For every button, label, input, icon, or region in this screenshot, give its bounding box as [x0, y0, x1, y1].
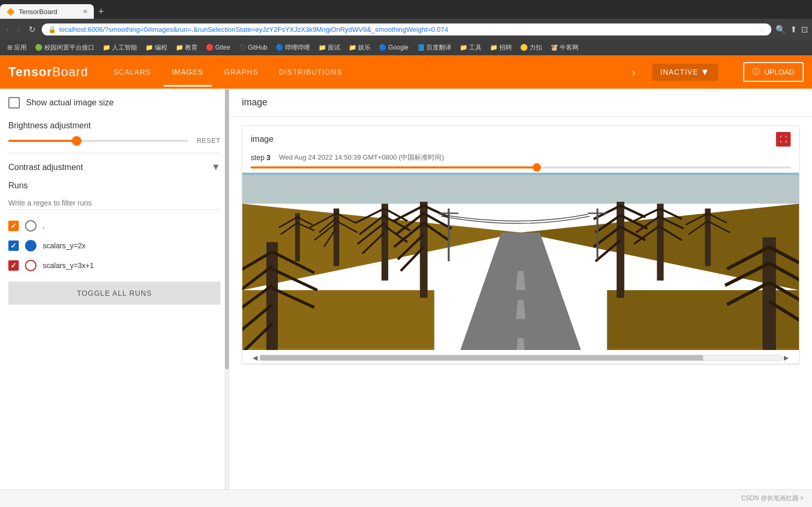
bookmark-github-label: GitHub [248, 44, 267, 51]
bookmark-nowcoder[interactable]: 🐮 牛客网 [547, 42, 582, 53]
refresh-button[interactable]: ↻ [27, 22, 38, 37]
active-tab[interactable]: 🔶 TensorBoard ✕ [0, 4, 94, 19]
status-dropdown[interactable]: INACTIVE ▼ [652, 64, 718, 81]
run-checkbox-scalars-2x[interactable]: ✓ [8, 240, 19, 251]
svg-rect-13 [334, 209, 339, 266]
section-divider-1 [8, 153, 220, 153]
bilibili-icon: 🔵 [276, 44, 284, 51]
brightness-label: Brightness adjustment [8, 121, 220, 130]
browser-chrome: 🔶 TensorBoard ✕ + ‹ › ↻ 🔒 localhost:6006… [0, 0, 812, 55]
toggle-all-runs-button[interactable]: TOGGLE ALL RUNS [8, 282, 220, 305]
bookmark-nowcoder-label: 牛客网 [560, 43, 579, 52]
brightness-reset-button[interactable]: RESET [196, 137, 220, 144]
extensions-icon[interactable]: ⊡ [801, 25, 808, 34]
run-name-scalars-3x: scalars_y=3x+1 [43, 261, 94, 270]
contrast-section: Contrast adjustment ▼ [8, 162, 220, 173]
brightness-slider-thumb[interactable] [72, 136, 81, 146]
contrast-label: Contrast adjustment [8, 163, 83, 172]
brightness-slider-container: RESET [8, 137, 220, 144]
upload-button[interactable]: ⓘ UPLOAD [743, 62, 804, 82]
bookmark-gitee[interactable]: 🔴 Gitee [203, 43, 233, 52]
folder-icon-jobs: 📁 [490, 44, 498, 51]
image-expand-button[interactable]: ⛶ [776, 132, 791, 147]
scroll-right-arrow[interactable]: ▶ [782, 354, 791, 361]
run-circle-scalars-3x[interactable] [25, 260, 36, 271]
nav-distributions[interactable]: DISTRIBUTIONS [270, 64, 350, 80]
nav-more[interactable]: › [632, 66, 635, 78]
run-checkbox-dot[interactable]: ✓ [8, 221, 19, 231]
bookmark-google[interactable]: 🔵 Google [376, 43, 412, 52]
bookmark-github[interactable]: ⚫ GitHub [236, 43, 270, 52]
leetcode-icon: 🟡 [520, 44, 528, 51]
image-step-label: step 3 [251, 153, 270, 162]
content-area[interactable]: image image ⛶ [229, 89, 812, 489]
svg-rect-42 [266, 242, 278, 350]
nav-scalars[interactable]: SCALARS [105, 64, 159, 80]
tab-favicon: 🔶 [6, 8, 15, 16]
folder-icon-ai: 📁 [103, 44, 110, 51]
show-image-size-checkbox[interactable] [8, 97, 20, 108]
run-list: ✓ . ✓ [8, 218, 220, 273]
address-bar[interactable]: 🔒 localhost:6006/?smoothing=0#images&run… [42, 23, 771, 35]
forward-button[interactable]: › [15, 22, 22, 36]
image-step-slider-thumb[interactable] [533, 163, 541, 172]
bookmark-baidu[interactable]: 📘 百度翻译 [414, 42, 454, 53]
image-card-title-row: image [251, 135, 776, 144]
bookmark-jobs[interactable]: 📁 招聘 [487, 42, 515, 53]
runs-filter-input[interactable] [8, 197, 220, 210]
run-circle-inner-scalars-2x [28, 243, 33, 248]
bookmark-star-icon[interactable]: ☆ [759, 26, 765, 33]
section-title: image [242, 97, 267, 107]
step-word: step [251, 153, 264, 162]
nav-images[interactable]: IMAGES [164, 64, 212, 80]
bookmark-interview[interactable]: 📁 面试 [315, 42, 343, 53]
brightness-section: Brightness adjustment RESET [8, 121, 220, 144]
bookmark-apps[interactable]: ⊞ 应用 [4, 42, 30, 53]
folder-icon-ent: 📁 [349, 44, 356, 51]
run-name-scalars-2x: scalars_y=2x [43, 242, 85, 250]
contrast-header[interactable]: Contrast adjustment ▼ [8, 162, 220, 173]
bookmark-ai[interactable]: 📁 人工智能 [100, 42, 140, 53]
run-circle-scalars-2x[interactable] [25, 240, 36, 251]
sidebar-scrollbar[interactable] [225, 89, 229, 489]
bookmark-tools[interactable]: 📁 工具 [457, 42, 485, 53]
scrollbar-track[interactable] [260, 355, 782, 361]
checkmark-dot: ✓ [10, 222, 17, 230]
sidebar-scroll[interactable]: Show actual image size Brightness adjust… [0, 89, 229, 489]
back-button[interactable]: ‹ [4, 22, 11, 36]
step-value: 3 [266, 153, 270, 162]
image-step-slider[interactable] [251, 166, 791, 168]
share-icon[interactable]: ⬆ [790, 25, 797, 34]
search-icon[interactable]: 🔍 [776, 25, 786, 34]
road-image [242, 173, 799, 350]
bookmark-bilibili[interactable]: 🔵 哔哩哔哩 [273, 42, 313, 53]
brightness-slider-track[interactable] [8, 140, 188, 142]
svg-marker-4 [434, 233, 607, 350]
bookmark-coding[interactable]: 📁 编程 [142, 42, 170, 53]
image-section: image image ⛶ [229, 89, 812, 364]
bookmark-interview-label: 面试 [328, 43, 340, 52]
dropdown-arrow-icon: ▼ [700, 67, 710, 78]
gitee-icon: 🔴 [206, 44, 214, 51]
svg-rect-56 [657, 204, 663, 281]
new-tab-button[interactable]: + [94, 4, 108, 19]
bookmark-ent[interactable]: 📁 娱乐 [346, 42, 374, 53]
brightness-slider-fill [8, 140, 77, 142]
svg-rect-28 [295, 213, 300, 261]
bookmark-leetcode-label: 力扣 [530, 43, 542, 52]
bookmark-leetcode[interactable]: 🟡 力扣 [517, 42, 545, 53]
bookmark-ai-label: 人工智能 [112, 43, 137, 52]
bookmark-campus-icon: 🟢 [35, 44, 43, 51]
bookmark-jobs-label: 招聘 [499, 43, 512, 52]
image-step-row: step 3 Wed Aug 24 2022 14:50:39 GMT+0800… [242, 153, 799, 166]
bookmark-edu[interactable]: 📁 教育 [173, 42, 201, 53]
tab-close-button[interactable]: ✕ [83, 8, 88, 15]
upload-label: UPLOAD [764, 68, 794, 76]
scroll-left-arrow[interactable]: ◀ [251, 354, 260, 361]
run-checkbox-scalars-3x[interactable]: ✓ [8, 260, 19, 271]
nav-graphs[interactable]: GRAPHS [216, 64, 266, 80]
run-circle-dot[interactable] [25, 220, 36, 232]
tab-title: TensorBoard [19, 8, 57, 16]
bookmark-campus[interactable]: 🟢 校园闲置平台接口 [32, 42, 97, 53]
runs-section: Runs ✓ . [8, 181, 220, 313]
